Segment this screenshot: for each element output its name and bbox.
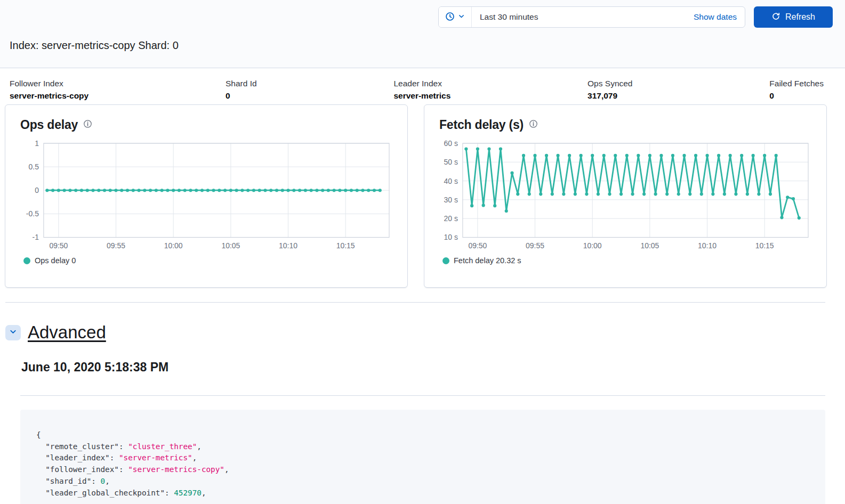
- advanced-accordion-toggle[interactable]: [5, 325, 21, 340]
- stat-label: Failed Fetches: [769, 79, 824, 88]
- stat-ops-synced: Ops Synced 317,079: [588, 79, 632, 101]
- stat-label: Follower Index: [10, 79, 88, 88]
- selected-time-range[interactable]: Last 30 minutes: [480, 12, 538, 22]
- refresh-button[interactable]: Refresh: [754, 6, 833, 28]
- svg-text:10:00: 10:00: [164, 241, 183, 250]
- info-icon[interactable]: [83, 119, 92, 131]
- json-code-block: { "remote_cluster": "cluster_three", "le…: [20, 410, 825, 504]
- ops-delay-chart: 10.50-0.5-109:5009:5510:0010:0510:1010:1…: [20, 139, 392, 251]
- svg-text:10 s: 10 s: [444, 233, 458, 241]
- page-header: Last 30 minutes Show dates Refresh Index…: [0, 0, 845, 68]
- svg-text:-0.5: -0.5: [26, 209, 39, 218]
- json-code: { "remote_cluster": "cluster_three", "le…: [36, 429, 809, 499]
- info-icon[interactable]: [529, 119, 538, 131]
- legend-dot-icon: [23, 257, 30, 264]
- fetch-delay-legend[interactable]: Fetch delay 20.32 s: [439, 256, 811, 265]
- snapshot-timestamp: June 10, 2020 5:18:38 PM: [21, 360, 845, 375]
- page: Last 30 minutes Show dates Refresh Index…: [0, 0, 845, 504]
- svg-text:0: 0: [35, 186, 39, 194]
- page-title: Index: server-metrics-copy Shard: 0: [10, 39, 845, 52]
- date-quick-select-button[interactable]: [439, 7, 472, 27]
- stat-label: Ops Synced: [588, 79, 632, 88]
- main-content: Follower Index server-metrics-copy Shard…: [0, 79, 845, 504]
- svg-text:10:00: 10:00: [583, 241, 602, 250]
- chevron-down-icon: [9, 328, 17, 337]
- stat-label: Shard Id: [226, 79, 257, 88]
- show-dates-link[interactable]: Show dates: [694, 12, 737, 22]
- fetch-delay-panel: Fetch delay (s) 60 s50 s40 s30 s20 s10 s…: [424, 104, 827, 288]
- stat-failed-fetches: Failed Fetches 0: [769, 79, 824, 101]
- charts-row: Ops delay 10.50-0.5-109:5009:5510:0010:0…: [5, 104, 827, 288]
- stat-follower-index: Follower Index server-metrics-copy: [10, 79, 88, 101]
- stats-row: Follower Index server-metrics-copy Shard…: [10, 79, 824, 101]
- svg-text:10:10: 10:10: [279, 241, 297, 250]
- stat-shard-id: Shard Id 0: [226, 79, 257, 101]
- advanced-section-title[interactable]: Advanced: [28, 322, 106, 343]
- stat-value: 317,079: [588, 91, 632, 101]
- svg-text:30 s: 30 s: [444, 196, 458, 204]
- svg-text:09:55: 09:55: [526, 241, 544, 250]
- refresh-icon: [771, 12, 780, 23]
- super-date-picker: Last 30 minutes Show dates: [438, 6, 745, 28]
- date-range-display[interactable]: Last 30 minutes Show dates: [472, 7, 745, 27]
- timestamp-divider: [20, 395, 825, 396]
- ops-delay-panel: Ops delay 10.50-0.5-109:5009:5510:0010:0…: [5, 104, 408, 288]
- fetch-delay-chart-title: Fetch delay (s): [439, 118, 524, 132]
- legend-label: Fetch delay 20.32 s: [454, 256, 521, 265]
- svg-text:09:55: 09:55: [107, 241, 125, 250]
- fetch-delay-chart: 60 s50 s40 s30 s20 s10 s09:5009:5510:001…: [439, 139, 811, 251]
- svg-text:10:15: 10:15: [755, 241, 774, 250]
- svg-text:1: 1: [35, 139, 39, 148]
- legend-label: Ops delay 0: [35, 256, 76, 265]
- refresh-button-label: Refresh: [785, 12, 815, 22]
- stat-value: 0: [226, 91, 257, 101]
- stat-value: 0: [769, 91, 824, 101]
- svg-text:0.5: 0.5: [29, 162, 39, 171]
- chevron-down-icon: [458, 13, 465, 21]
- svg-text:09:50: 09:50: [49, 241, 68, 250]
- ops-delay-chart-title: Ops delay: [20, 118, 78, 132]
- svg-text:10:05: 10:05: [221, 241, 240, 250]
- svg-text:20 s: 20 s: [444, 214, 458, 223]
- advanced-accordion-header: Advanced: [5, 322, 845, 343]
- svg-text:50 s: 50 s: [444, 158, 458, 166]
- svg-text:10:10: 10:10: [698, 241, 717, 250]
- stat-leader-index: Leader Index server-metrics: [393, 79, 450, 101]
- legend-dot-icon: [442, 257, 449, 264]
- section-divider: [5, 302, 825, 303]
- stat-value: server-metrics: [393, 91, 450, 101]
- svg-text:-1: -1: [32, 233, 39, 241]
- svg-text:40 s: 40 s: [444, 177, 458, 185]
- stat-value: server-metrics-copy: [10, 91, 88, 101]
- date-picker-row: Last 30 minutes Show dates Refresh: [0, 0, 845, 28]
- ops-delay-legend[interactable]: Ops delay 0: [20, 256, 392, 265]
- svg-text:09:50: 09:50: [468, 241, 487, 250]
- stat-label: Leader Index: [393, 79, 450, 88]
- clock-icon: [445, 12, 455, 23]
- svg-text:60 s: 60 s: [444, 139, 458, 148]
- svg-text:10:15: 10:15: [336, 241, 355, 250]
- svg-text:10:05: 10:05: [640, 241, 659, 250]
